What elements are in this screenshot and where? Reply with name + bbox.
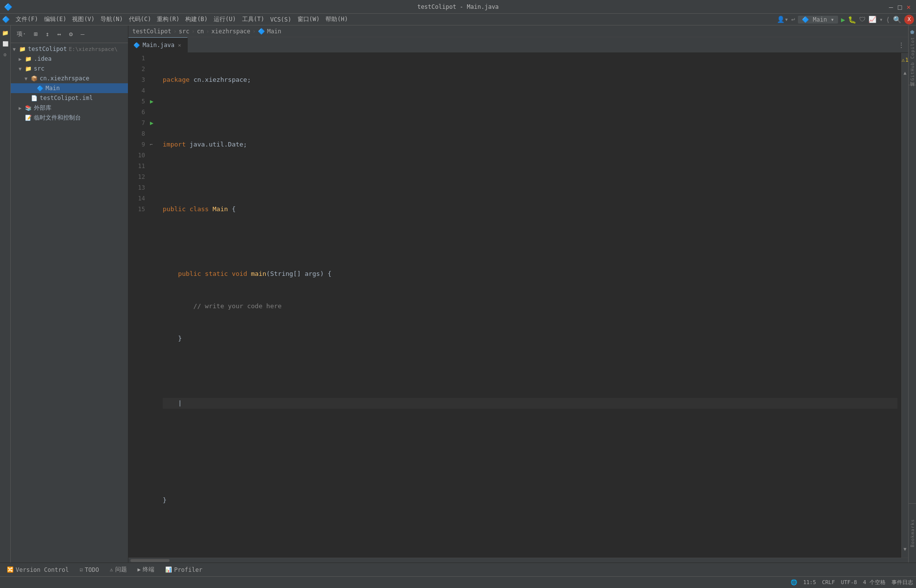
menu-build[interactable]: 构建(B) [182,14,211,24]
code-editor[interactable]: 1 2 3 4 5 6 7 8 9 10 11 12 13 14 [128,53,908,558]
menu-window[interactable]: 窗口(W) [295,14,323,24]
sync-button[interactable]: ⊞ [31,29,41,39]
breadcrumb-main[interactable]: Main [267,28,281,35]
status-encoding[interactable]: UTF-8 [838,577,860,588]
code-content[interactable]: package cn.xiezhrspace; import java.util… [159,53,901,558]
code-line-13 [163,463,897,473]
tab-close-button[interactable]: × [177,42,182,49]
menu-file[interactable]: 文件(F) [13,14,41,24]
run-icon-line5[interactable]: ▶ [150,96,153,107]
bookmarks-panel[interactable]: Bookmarks [909,504,916,563]
code-line-15 [163,527,897,538]
copilot-panel[interactable]: ⬟ GitHub Copilot [909,25,916,85]
breadcrumb-src[interactable]: src [179,28,190,35]
profile-button[interactable]: 📈 [868,16,876,23]
expand-all-button[interactable]: ↔ [54,29,64,39]
config-icon: 📄 [30,95,38,101]
code-line-2 [163,107,897,118]
status-line-ending[interactable]: CRLF [819,577,838,588]
menu-edit[interactable]: 编辑(E) [41,14,70,24]
menu-bar-row: 🔷 文件(F) 编辑(E) 视图(V) 导航(N) 代码(C) 重构(R) 构建… [0,14,916,25]
problems-label: 问题 [115,565,127,574]
tree-item-iml[interactable]: 📄 testColipot.iml [11,93,128,103]
collapse-all-button[interactable]: ↕ [43,29,52,39]
bottom-tab-profiler[interactable]: 📊 Profiler [160,563,207,577]
tree-item-external-libs[interactable]: ▶ 📚 外部库 [11,103,128,113]
project-label: 项· [14,29,29,39]
breadcrumb-xiezhrspace[interactable]: xiezhrspace [211,28,250,35]
tree-root-testcolipot[interactable]: ▼ 📁 testColipot E:\xiezhrspace\ [11,44,128,54]
sidebar-toolbar: 项· ⊞ ↕ ↔ ⚙ — [11,25,128,43]
menu-view[interactable]: 视图(V) [69,14,98,24]
bottom-tab-version-control[interactable]: 🔀 Version Control [2,563,74,577]
close-sidebar-button[interactable]: — [78,29,88,39]
status-internet[interactable]: 🌐 [788,577,800,588]
bottom-tab-problems[interactable]: ⚠ 问题 [105,563,132,577]
maximize-button[interactable]: □ [896,3,903,10]
search-button[interactable]: 🔍 [893,16,901,24]
activity-bar: 📁 ⬜ ⚙ [0,25,11,563]
warning-indicator[interactable]: ⚠ 1 [901,55,908,66]
tree-item-scratch[interactable]: 📝 临时文件和控制台 [11,113,128,122]
activity-icon-3[interactable]: ⚙ [0,49,10,59]
coverage-button[interactable]: 🛡 [859,16,866,23]
code-line-1: package cn.xiezhrspace; [163,74,897,85]
run-config-selector[interactable]: 🔷 Main ▾ [798,16,838,24]
menu-vcs[interactable]: VCS(S) [267,15,294,24]
tree-item-idea[interactable]: ▶ 📁 .idea [11,54,128,64]
tree-item-src[interactable]: ▼ 📁 src [11,64,128,74]
minimize-button[interactable]: — [888,3,894,10]
scratch-icon: 📝 [25,115,32,121]
folder-icon: 📁 [19,46,26,52]
editor-area: testColipot › src › cn › xiezhrspace › 🔷… [128,25,908,563]
breadcrumb-cn[interactable]: cn [197,28,204,35]
menu-navigate[interactable]: 导航(N) [98,14,126,24]
library-icon: 📚 [25,105,32,111]
step-back-button[interactable]: ⟨ [886,16,890,24]
scroll-up-icon[interactable]: ▲ [903,68,906,78]
code-editor-container: 1 2 3 4 5 6 7 8 9 10 11 12 13 14 [128,53,908,563]
h-scroll-thumb[interactable] [130,559,170,562]
code-line-14: } [163,495,897,506]
menu-run[interactable]: 运行(U) [211,14,239,24]
user-icon[interactable]: 👤▾ [777,16,789,23]
tab-bar: 🔷 Main.java × ⋮ [128,37,908,53]
status-indent[interactable]: 4 个空格 [860,577,889,588]
settings-button[interactable]: ⚙ [66,29,76,39]
fold-icon-line9[interactable]: ⌐ [150,139,153,150]
debug-button[interactable]: 🐛 [848,16,856,24]
run-button[interactable]: ▶ [841,16,845,24]
status-event-log[interactable]: 事件日志 [889,577,916,588]
structure-panel[interactable]: 结构 [909,85,916,504]
menu-code[interactable]: 代码(C) [126,14,154,24]
class-icon: 🔷 [36,85,44,92]
menu-refactor[interactable]: 重构(R) [154,14,182,24]
status-position[interactable]: 11:5 [800,577,819,588]
horizontal-scrollbar[interactable] [128,558,908,563]
breadcrumb-testcolipot[interactable]: testColipot [132,28,171,35]
close-button[interactable]: ✕ [905,3,912,10]
tab-more-button[interactable]: ⋮ [894,37,908,52]
tree-item-main-class[interactable]: 🔷 Main [11,83,128,93]
more-run-options[interactable]: ▾ [879,16,883,23]
bottom-tab-terminal[interactable]: ▶ 终端 [133,563,160,577]
run-icon-line7[interactable]: ▶ [150,118,153,128]
copilot-icon: ⬟ [910,29,915,35]
terminal-label: 终端 [143,565,154,574]
version-control-icon: 🔀 [7,566,14,573]
code-line-8: // write your code here [163,301,897,312]
right-gutter: ⚠ 1 ▲ ▼ [901,53,908,558]
tree-item-package[interactable]: ▼ 📦 cn.xiezhrspace [11,74,128,83]
undo-icon[interactable]: ↩ [791,16,795,23]
scroll-down-icon[interactable]: ▼ [903,544,906,555]
menu-help[interactable]: 帮助(H) [322,14,351,24]
code-line-12 [163,430,897,441]
app-logo: 🔷 [4,3,12,11]
activity-icon-2[interactable]: ⬜ [0,39,10,49]
activity-project-icon[interactable]: 📁 [0,28,10,38]
project-tree: ▼ 📁 testColipot E:\xiezhrspace\ ▶ 📁 .ide… [11,43,128,563]
tab-main-java[interactable]: 🔷 Main.java × [128,37,188,52]
menu-tools[interactable]: 工具(T) [239,14,268,24]
bottom-tab-todo[interactable]: ☑ TODO [74,563,104,577]
user-avatar[interactable]: X [904,15,914,24]
